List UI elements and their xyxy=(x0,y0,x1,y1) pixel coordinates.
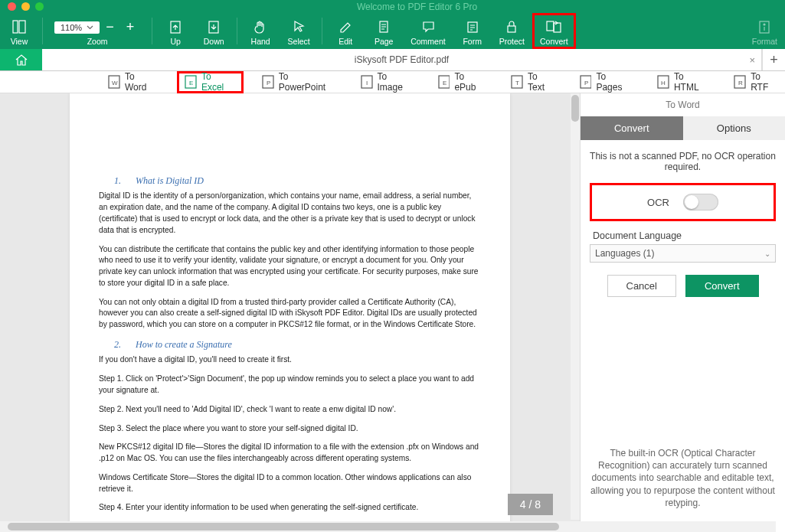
pencil-icon xyxy=(337,18,354,35)
chevron-down-icon xyxy=(87,25,93,30)
paragraph: New PKCS#12 digital ID file—Stores the d… xyxy=(99,442,481,465)
side-panel-tabs: Convert Options xyxy=(581,116,785,140)
language-select[interactable]: Languages (1) ⌄ xyxy=(590,244,776,263)
to-excel-button[interactable]: ETo Excel xyxy=(177,71,244,93)
view-icon xyxy=(11,18,28,35)
zoom-control[interactable]: 110% − + Zoom xyxy=(47,13,148,49)
ocr-label: OCR xyxy=(647,197,669,208)
to-pages-button[interactable]: PTo Pages xyxy=(575,70,639,94)
view-button[interactable]: View xyxy=(0,13,38,49)
convert-side-panel: To Word Convert Options This is not a sc… xyxy=(580,93,785,532)
side-panel-header: To Word xyxy=(581,93,785,116)
document-pane[interactable]: 1.What is Digital ID Digital ID is the i… xyxy=(0,93,580,532)
to-word-button[interactable]: WTo Word xyxy=(103,70,163,94)
close-tab-button[interactable]: × xyxy=(749,54,755,66)
tabs-bar: iSkysoft PDF Editor.pdf × + xyxy=(0,49,785,71)
language-label: Document Language xyxy=(590,226,776,244)
svg-text:T: T xyxy=(515,80,519,86)
paragraph: Digital ID is the identity of a person/o… xyxy=(99,191,481,236)
scrollbar-thumb[interactable] xyxy=(8,523,559,530)
convert-button[interactable]: Convert xyxy=(532,13,576,49)
svg-text:P: P xyxy=(267,80,270,86)
horizontal-scrollbar[interactable] xyxy=(0,521,776,532)
convert-tab[interactable]: Convert xyxy=(581,116,683,140)
paragraph: Windows Certificate Store—Stores the dig… xyxy=(99,472,481,495)
options-tab[interactable]: Options xyxy=(683,116,786,140)
svg-rect-0 xyxy=(13,21,18,33)
maximize-window-button[interactable] xyxy=(35,2,44,11)
main-toolbar: View 110% − + Zoom Up Down Hand Select E… xyxy=(0,13,785,49)
button-row: Cancel Convert xyxy=(590,275,776,297)
svg-text:E: E xyxy=(189,80,193,86)
to-epub-button[interactable]: ETo ePub xyxy=(433,70,493,94)
svg-point-10 xyxy=(764,24,765,25)
document-tab[interactable]: iSkysoft PDF Editor.pdf × xyxy=(42,49,762,70)
comment-icon xyxy=(420,18,437,35)
page-indicator: 4 / 8 xyxy=(508,494,553,515)
svg-text:E: E xyxy=(443,80,446,86)
section-heading: 2.How to create a Signature xyxy=(114,338,481,351)
hand-tool-button[interactable]: Hand xyxy=(241,13,280,49)
convert-icon xyxy=(545,18,562,35)
zoom-value[interactable]: 110% xyxy=(54,21,100,34)
to-text-button[interactable]: TTo Text xyxy=(506,70,561,94)
window-title: Welcome to PDF Editor 6 Pro xyxy=(49,2,785,12)
hand-icon xyxy=(252,18,269,35)
paragraph: You can not only obtain a digital ID fro… xyxy=(99,297,481,331)
ocr-description: The built-in OCR (Optical Character Reco… xyxy=(581,438,785,532)
edit-button[interactable]: Edit xyxy=(326,13,365,49)
info-icon xyxy=(756,18,773,35)
paragraph: Step 2. Next you'll need to 'Add Digital… xyxy=(99,404,481,416)
select-tool-button[interactable]: Select xyxy=(280,13,318,49)
form-button[interactable]: Form xyxy=(453,13,492,49)
lock-icon xyxy=(503,18,520,35)
minimize-window-button[interactable] xyxy=(21,2,30,11)
paragraph: Step 1. Click on 'Protect'>'Sign Documen… xyxy=(99,374,481,397)
tab-filename: iSkysoft PDF Editor.pdf xyxy=(355,54,449,65)
svg-text:R: R xyxy=(738,80,743,86)
form-icon xyxy=(464,18,481,35)
to-rtf-button[interactable]: RTo RTF xyxy=(729,70,785,94)
conversion-format-bar: WTo Word ETo Excel PTo PowerPoint ITo Im… xyxy=(0,71,785,93)
svg-text:W: W xyxy=(112,80,118,86)
arrow-up-icon xyxy=(167,18,184,35)
cursor-icon xyxy=(290,18,307,35)
ocr-message: This is not a scanned PDF, no OCR operat… xyxy=(590,151,776,172)
side-panel-body: This is not a scanned PDF, no OCR operat… xyxy=(581,140,785,305)
zoom-out-button[interactable]: − xyxy=(100,19,120,35)
home-icon xyxy=(14,53,29,67)
svg-rect-7 xyxy=(547,21,554,31)
format-button[interactable]: Format xyxy=(744,13,785,49)
svg-text:P: P xyxy=(584,80,588,86)
svg-rect-6 xyxy=(508,26,515,32)
chevron-down-icon: ⌄ xyxy=(764,250,770,258)
convert-action-button[interactable]: Convert xyxy=(685,275,759,297)
scrollbar-thumb[interactable] xyxy=(571,95,579,122)
title-bar: Welcome to PDF Editor 6 Pro xyxy=(0,0,785,13)
main-area: 1.What is Digital ID Digital ID is the i… xyxy=(0,93,785,532)
page-button[interactable]: Page xyxy=(365,13,403,49)
svg-rect-8 xyxy=(554,23,561,32)
page-icon xyxy=(375,18,392,35)
paragraph: Step 3. Select the place where you want … xyxy=(99,423,481,435)
to-html-button[interactable]: HTo HTML xyxy=(653,70,715,94)
down-button[interactable]: Down xyxy=(195,13,233,49)
to-image-button[interactable]: ITo Image xyxy=(356,70,420,94)
paragraph: If you don't have a digital ID, you'll n… xyxy=(99,354,481,366)
protect-button[interactable]: Protect xyxy=(492,13,532,49)
vertical-scrollbar[interactable] xyxy=(571,93,580,520)
ocr-toggle[interactable] xyxy=(683,194,718,211)
svg-rect-1 xyxy=(19,21,25,33)
new-tab-button[interactable]: + xyxy=(762,49,785,70)
ocr-toggle-row: OCR xyxy=(590,183,776,221)
zoom-in-button[interactable]: + xyxy=(120,19,141,35)
document-page: 1.What is Digital ID Digital ID is the i… xyxy=(70,93,510,532)
to-powerpoint-button[interactable]: PTo PowerPoint xyxy=(257,70,342,94)
svg-text:H: H xyxy=(661,80,666,86)
up-button[interactable]: Up xyxy=(156,13,195,49)
comment-button[interactable]: Comment xyxy=(403,13,453,49)
paragraph: Step 4. Enter your identity information … xyxy=(99,502,481,514)
close-window-button[interactable] xyxy=(8,2,16,11)
cancel-button[interactable]: Cancel xyxy=(607,275,676,297)
home-button[interactable] xyxy=(0,49,42,70)
